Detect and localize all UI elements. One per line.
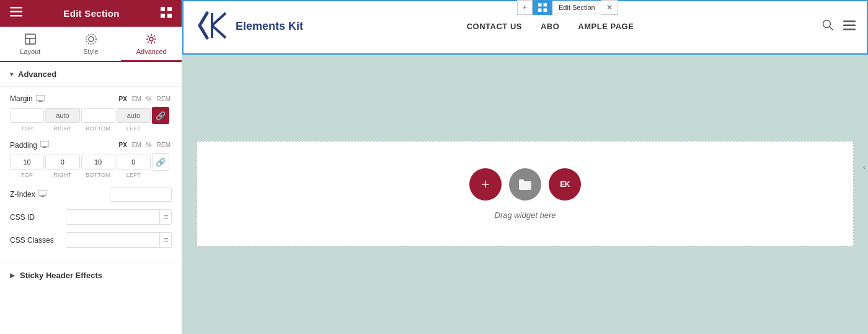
advanced-section-header[interactable]: ▾ Advanced [0, 62, 182, 87]
margin-top-input[interactable] [10, 108, 44, 123]
svg-rect-19 [38, 190, 47, 196]
padding-link-button[interactable]: 🔗 [152, 153, 169, 171]
padding-bottom-input[interactable] [81, 155, 115, 169]
sticky-header-section[interactable]: ▶ Sticky Header Effects [0, 263, 182, 287]
css-id-input[interactable] [66, 210, 159, 224]
margin-top-label: TOP [10, 125, 44, 132]
css-classes-list-button[interactable]: ≡ [159, 233, 172, 247]
tab-advanced[interactable]: Advanced [121, 27, 182, 62]
css-id-list-button[interactable]: ≡ [159, 210, 172, 224]
tab-layout-label: Layout [20, 48, 40, 55]
grid-icon[interactable] [161, 7, 172, 20]
svg-line-29 [212, 25, 226, 38]
css-classes-label: CSS Classes [10, 236, 66, 245]
zindex-label: Z-Index [10, 190, 35, 199]
advanced-section-label: Advanced [18, 70, 56, 79]
padding-top-input[interactable] [10, 155, 44, 169]
hamburger-menu-icon[interactable] [843, 20, 856, 33]
padding-left-label: LEFT [117, 172, 151, 178]
elementskit-button[interactable]: EK [549, 168, 581, 201]
css-classes-field: CSS Classes ≡ [10, 232, 172, 248]
margin-bottom-input[interactable] [81, 108, 115, 123]
left-panel: Edit Section Layout Style [0, 0, 182, 334]
top-right-icons [822, 19, 856, 34]
tab-advanced-label: Advanced [136, 48, 167, 55]
bubble-plus-button[interactable]: + [517, 0, 533, 15]
padding-unit-pct[interactable]: % [145, 141, 153, 149]
zindex-monitor-icon [38, 190, 47, 199]
svg-line-31 [830, 27, 833, 30]
bubble-edit-section-label: Edit Section [552, 1, 601, 14]
drag-label: Drag widget here [495, 210, 556, 220]
logo-text-area: Elements Kit [236, 20, 303, 33]
sticky-header-label: Sticky Header Effects [20, 271, 102, 280]
padding-left-input[interactable] [117, 155, 151, 169]
margin-right-label: RIGHT [45, 125, 79, 132]
nav-abo[interactable]: ABO [541, 22, 559, 31]
svg-line-28 [212, 13, 226, 25]
svg-rect-3 [161, 7, 165, 11]
svg-rect-4 [167, 7, 172, 11]
css-classes-input[interactable] [66, 233, 159, 247]
padding-right-label: RIGHT [45, 172, 79, 178]
zindex-input[interactable] [110, 187, 172, 202]
padding-unit-px[interactable]: PX [118, 141, 128, 149]
svg-point-11 [86, 34, 96, 44]
panel-header: Edit Section [0, 0, 182, 27]
tab-style-label: Style [83, 48, 98, 55]
svg-rect-6 [167, 14, 172, 18]
advanced-section-body: Margin PX EM % REM [0, 87, 182, 263]
margin-left-label: LEFT [117, 125, 151, 132]
svg-rect-24 [538, 9, 542, 12]
svg-rect-33 [843, 24, 856, 26]
search-icon[interactable] [822, 19, 833, 34]
svg-rect-1 [10, 11, 22, 13]
panel-tabs: Layout Style Advanced [0, 27, 182, 62]
margin-unit-px[interactable]: PX [118, 95, 128, 103]
svg-rect-25 [544, 9, 547, 12]
padding-monitor-icon [40, 140, 49, 150]
nav-ample-page[interactable]: AMPLE PAGE [578, 22, 634, 31]
padding-unit-em[interactable]: EM [131, 141, 143, 149]
margin-left-input[interactable] [117, 108, 151, 123]
tab-layout[interactable]: Layout [0, 27, 61, 62]
logo-area: Elements Kit [195, 8, 303, 45]
margin-unit-rem[interactable]: REM [156, 95, 172, 103]
padding-unit-rem[interactable]: REM [156, 141, 172, 149]
logo-icon [195, 8, 231, 45]
svg-rect-13 [36, 95, 45, 101]
add-widget-button[interactable]: + [469, 168, 502, 201]
svg-rect-16 [40, 141, 49, 147]
padding-right-input[interactable] [45, 155, 79, 169]
css-id-field: CSS ID ≡ [10, 209, 172, 225]
margin-link-button[interactable]: 🔗 [152, 107, 169, 124]
margin-unit-em[interactable]: EM [131, 95, 143, 103]
nav-links: CONTACT US ABO AMPLE PAGE [467, 22, 634, 31]
hamburger-icon[interactable] [10, 7, 22, 20]
padding-bottom-label: BOTTOM [81, 172, 115, 178]
bubble-close-button[interactable]: ✕ [601, 0, 618, 15]
svg-rect-23 [544, 3, 547, 7]
sticky-header-arrow: ▶ [10, 272, 15, 279]
css-id-label: CSS ID [10, 213, 66, 222]
nav-contact-us[interactable]: CONTACT US [467, 22, 522, 31]
advanced-section: ▾ Advanced Margin PX EM % [0, 62, 182, 263]
padding-field: Padding PX EM % REM [10, 140, 172, 178]
padding-label: Padding [10, 141, 37, 150]
svg-rect-5 [161, 14, 165, 18]
tab-style[interactable]: Style [61, 27, 122, 62]
margin-right-input[interactable] [45, 108, 79, 123]
open-folder-button[interactable] [509, 168, 541, 201]
widget-dropzone: + EK Drag widget here [197, 141, 854, 246]
padding-top-label: TOP [10, 172, 44, 178]
margin-unit-pct[interactable]: % [145, 95, 153, 103]
svg-rect-2 [10, 15, 22, 17]
margin-monitor-icon [36, 95, 45, 103]
zindex-field: Z-Index [10, 187, 172, 202]
top-bar: + Edit Section ✕ [182, 0, 868, 53]
canvas-area: + EK Drag widget here [182, 53, 868, 334]
margin-field: Margin PX EM % REM [10, 94, 172, 132]
advanced-arrow-icon: ▾ [10, 71, 13, 78]
edit-section-bubble: + Edit Section ✕ [517, 0, 618, 15]
bubble-grid-button[interactable] [533, 0, 552, 15]
